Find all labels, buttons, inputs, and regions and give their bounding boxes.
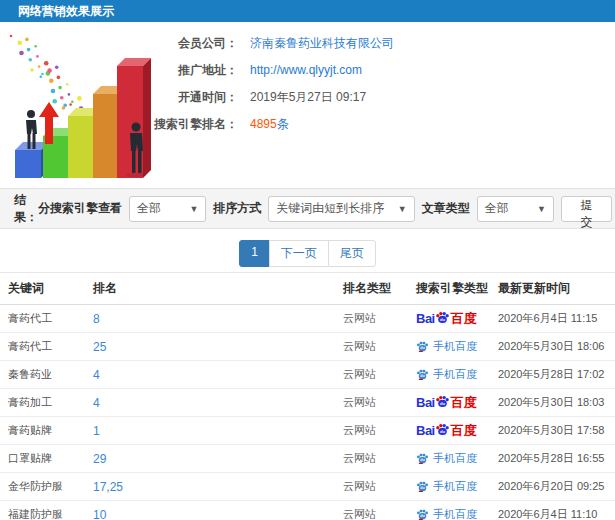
rank-cell: 1 bbox=[85, 417, 335, 445]
open-time-label: 开通时间： bbox=[0, 89, 238, 106]
submit-button[interactable]: 提交 bbox=[561, 196, 612, 222]
pagination-wrap: 1 下一页 尾页 bbox=[0, 240, 615, 267]
svg-text:du: du bbox=[420, 486, 424, 490]
filter-controls: 分搜索引擎查看 全部 ▼ 排序方式 关键词由短到长排序 ▼ 文章类型 全部 ▼ … bbox=[38, 196, 615, 222]
table-row: 口罩贴牌 29 云网站 du 手机百度 2020年5月28日 16:55 bbox=[0, 445, 615, 473]
promo-url-label: 推广地址： bbox=[0, 62, 238, 79]
rank-cell: 29 bbox=[85, 445, 335, 473]
mobile-baidu-text: 手机百度 bbox=[433, 451, 477, 466]
update-time-cell: 2020年5月30日 17:58 bbox=[490, 417, 615, 445]
col-header-keyword: 关键词 bbox=[0, 273, 85, 305]
engine-type-cell: Bai du 百度 bbox=[408, 389, 490, 417]
engine-filter-select[interactable]: 全部 ▼ bbox=[129, 196, 206, 222]
mobile-baidu-label: du 手机百度 bbox=[416, 507, 477, 520]
info-row-ranking-count: 搜索引擎排名： 4895条 bbox=[0, 117, 615, 131]
result-filter-panel: 结果： 分搜索引擎查看 全部 ▼ 排序方式 关键词由短到长排序 ▼ 文章类型 全… bbox=[0, 188, 615, 229]
result-label: 结果： bbox=[0, 192, 38, 226]
update-time-cell: 2020年5月30日 18:06 bbox=[490, 333, 615, 361]
mobile-baidu-text: 手机百度 bbox=[433, 507, 477, 520]
baidu-paw-icon: du bbox=[416, 508, 429, 520]
table-header-row: 关键词 排名 排名类型 搜索引擎类型 最新更新时间 bbox=[0, 273, 615, 305]
window-title-bar: 网络营销效果展示 bbox=[0, 0, 615, 22]
update-time-cell: 2020年6月4日 11:15 bbox=[490, 305, 615, 333]
rank-cell: 25 bbox=[85, 333, 335, 361]
ranking-count-value: 4895条 bbox=[250, 116, 289, 133]
mobile-baidu-text: 手机百度 bbox=[433, 339, 477, 354]
table-row: 秦鲁药业 4 云网站 du 手机百度 2020年5月28日 17:02 bbox=[0, 361, 615, 389]
ranking-count-unit: 条 bbox=[277, 117, 289, 131]
engine-type-cell: du 手机百度 bbox=[408, 361, 490, 389]
engine-type-cell: du 手机百度 bbox=[408, 473, 490, 501]
chevron-down-icon: ▼ bbox=[189, 204, 198, 214]
rank-type-cell: 云网站 bbox=[335, 445, 408, 473]
page-title: 网络营销效果展示 bbox=[18, 4, 114, 18]
svg-text:du: du bbox=[420, 514, 424, 518]
info-row-url: 推广地址： http://www.qlyyjt.com bbox=[0, 63, 615, 77]
col-header-rank: 排名 bbox=[85, 273, 335, 305]
col-header-update-time: 最新更新时间 bbox=[490, 273, 615, 305]
keyword-cell: 口罩贴牌 bbox=[0, 445, 85, 473]
table-row: 膏药代工 8 云网站 Bai du 百度 2020年6月4日 11:15 bbox=[0, 305, 615, 333]
baidu-logo-bai-text: Bai bbox=[416, 312, 435, 325]
rank-type-cell: 云网站 bbox=[335, 389, 408, 417]
ranking-count-label: 搜索引擎排名： bbox=[0, 116, 238, 133]
info-row-open-time: 开通时间： 2019年5月27日 09:17 bbox=[0, 90, 615, 104]
article-type-filter-select[interactable]: 全部 ▼ bbox=[477, 196, 554, 222]
keyword-ranking-table: 关键词 排名 排名类型 搜索引擎类型 最新更新时间 膏药代工 8 云网站 Bai… bbox=[0, 272, 615, 520]
rank-type-cell: 云网站 bbox=[335, 501, 408, 520]
keyword-cell: 秦鲁药业 bbox=[0, 361, 85, 389]
promo-url-link[interactable]: http://www.qlyyjt.com bbox=[250, 63, 362, 77]
mobile-baidu-label: du 手机百度 bbox=[416, 479, 477, 494]
update-time-cell: 2020年5月28日 16:55 bbox=[490, 445, 615, 473]
mobile-baidu-label: du 手机百度 bbox=[416, 451, 477, 466]
rank-link[interactable]: 4 bbox=[93, 368, 100, 382]
svg-text:du: du bbox=[440, 428, 446, 433]
baidu-pc-logo: Bai du 百度 bbox=[416, 394, 477, 412]
svg-text:du: du bbox=[440, 316, 446, 321]
keyword-cell: 膏药代工 bbox=[0, 333, 85, 361]
baidu-logo-cn-text: 百度 bbox=[451, 396, 477, 409]
rank-link[interactable]: 4 bbox=[93, 396, 100, 410]
rank-link[interactable]: 29 bbox=[93, 452, 106, 466]
sort-filter-select[interactable]: 关键词由短到长排序 ▼ bbox=[268, 196, 414, 222]
engine-type-cell: Bai du 百度 bbox=[408, 417, 490, 445]
rank-link[interactable]: 10 bbox=[93, 508, 106, 520]
rank-cell: 8 bbox=[85, 305, 335, 333]
mobile-baidu-text: 手机百度 bbox=[433, 479, 477, 494]
company-name: 济南秦鲁药业科技有限公司 bbox=[250, 35, 394, 52]
results-table-section: 关键词 排名 排名类型 搜索引擎类型 最新更新时间 膏药代工 8 云网站 Bai… bbox=[0, 272, 615, 520]
rank-type-cell: 云网站 bbox=[335, 417, 408, 445]
last-page-button[interactable]: 尾页 bbox=[328, 240, 376, 267]
rank-type-cell: 云网站 bbox=[335, 305, 408, 333]
keyword-cell: 膏药贴牌 bbox=[0, 417, 85, 445]
chevron-down-icon: ▼ bbox=[398, 204, 407, 214]
engine-type-cell: du 手机百度 bbox=[408, 333, 490, 361]
baidu-paw-icon: du bbox=[435, 422, 450, 437]
rank-cell: 17,25 bbox=[85, 473, 335, 501]
keyword-cell: 福建防护服 bbox=[0, 501, 85, 520]
rank-type-cell: 云网站 bbox=[335, 473, 408, 501]
baidu-paw-icon: du bbox=[435, 310, 450, 325]
rank-link[interactable]: 1 bbox=[93, 424, 100, 438]
company-label: 会员公司： bbox=[0, 35, 238, 52]
svg-text:du: du bbox=[440, 400, 446, 405]
page: 网络营销效果展示 会员公司： 济南秦鲁药业科技有限公司 推广地址： http:/… bbox=[0, 0, 615, 520]
info-row-company: 会员公司： 济南秦鲁药业科技有限公司 bbox=[0, 36, 615, 50]
baidu-logo-bai-text: Bai bbox=[416, 424, 435, 437]
table-row: 金华防护服 17,25 云网站 du 手机百度 2020年6月20日 09:25 bbox=[0, 473, 615, 501]
rank-cell: 4 bbox=[85, 361, 335, 389]
keyword-cell: 膏药代工 bbox=[0, 305, 85, 333]
baidu-paw-icon: du bbox=[416, 340, 429, 353]
engine-filter-label: 分搜索引擎查看 bbox=[38, 200, 122, 217]
keyword-cell: 膏药加工 bbox=[0, 389, 85, 417]
baidu-paw-icon: du bbox=[416, 480, 429, 493]
page-1-button[interactable]: 1 bbox=[239, 240, 270, 267]
engine-type-cell: du 手机百度 bbox=[408, 501, 490, 520]
rank-link[interactable]: 8 bbox=[93, 312, 100, 326]
chevron-down-icon: ▼ bbox=[537, 204, 546, 214]
next-page-button[interactable]: 下一页 bbox=[269, 240, 329, 267]
rank-link[interactable]: 17,25 bbox=[93, 480, 123, 494]
rank-link[interactable]: 25 bbox=[93, 340, 106, 354]
svg-text:du: du bbox=[420, 346, 424, 350]
table-row: 膏药贴牌 1 云网站 Bai du 百度 2020年5月30日 17:58 bbox=[0, 417, 615, 445]
